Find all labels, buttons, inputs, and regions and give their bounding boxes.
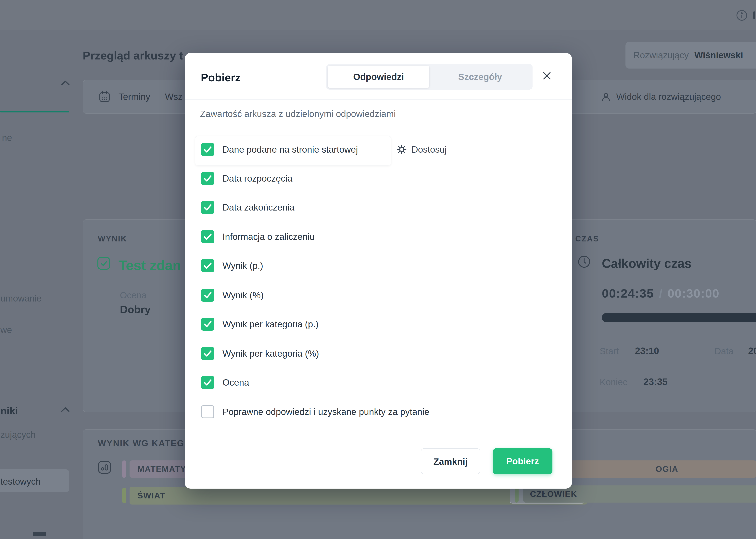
sidebar-item-label: testowych bbox=[0, 476, 41, 487]
grade-value: Dobry bbox=[120, 303, 151, 316]
checkbox-label: Wynik (p.) bbox=[223, 259, 263, 272]
modal-subtitle: Zawartość arkusza z udzielonymi odpowied… bbox=[200, 109, 396, 119]
gear-icon bbox=[396, 143, 408, 156]
download-button[interactable]: Pobierz bbox=[493, 448, 552, 474]
solver-view-toggle[interactable]: Widok dla rozwiązującego bbox=[616, 80, 721, 113]
checkbox-label: Dane podane na stronie startowej bbox=[223, 143, 358, 156]
terminy-filter-value[interactable]: Wsz bbox=[165, 80, 182, 113]
page-title: Przegląd arkuszy t bbox=[83, 49, 183, 62]
checkbox-label: Informacja o zaliczeniu bbox=[223, 230, 314, 243]
checkbox-label: Data zakończenia bbox=[223, 201, 295, 214]
sidebar-item-fragment bbox=[33, 532, 46, 536]
close-icon[interactable] bbox=[541, 69, 553, 82]
solver-chip-value: Wiśniewski bbox=[694, 42, 743, 68]
checkbox-label: Wynik per kategoria (p.) bbox=[223, 318, 318, 331]
checkbox[interactable] bbox=[201, 347, 214, 360]
sidebar-item-selected[interactable]: testowych bbox=[0, 469, 69, 492]
checkbox[interactable] bbox=[201, 201, 214, 214]
solver-chip-label: Rozwiązujący bbox=[633, 42, 689, 68]
checkbox[interactable] bbox=[201, 376, 214, 389]
info-icon[interactable] bbox=[736, 10, 747, 21]
date-label: Data bbox=[715, 346, 733, 356]
checkbox[interactable] bbox=[201, 172, 214, 185]
date-value: 20 bbox=[748, 346, 756, 356]
person-icon bbox=[600, 91, 611, 102]
modal-title: Pobierz bbox=[201, 71, 241, 84]
checkbox[interactable] bbox=[201, 405, 214, 418]
chevron-up-icon[interactable] bbox=[61, 80, 70, 86]
checkbox[interactable] bbox=[201, 143, 214, 156]
category-accent bbox=[122, 460, 126, 478]
checkbox-label: Wynik (%) bbox=[223, 289, 264, 302]
clock-icon bbox=[578, 255, 590, 268]
app-root: Przegląd arkuszy t Rozwiązujący Wiśniews… bbox=[0, 0, 756, 539]
time-section-label: CZAS bbox=[575, 234, 599, 243]
test-status: Test zdan bbox=[118, 258, 181, 273]
category-accent bbox=[122, 488, 126, 503]
category-label: MATEMATY bbox=[137, 460, 186, 478]
checkbox-label: Wynik per kategoria (%) bbox=[223, 347, 319, 360]
bar-chart-icon bbox=[98, 460, 111, 474]
terminy-filter[interactable]: Terminy bbox=[118, 80, 150, 113]
total-time-title: Całkowity czas bbox=[602, 256, 691, 271]
tab-szczegoly[interactable]: Szczegóły bbox=[429, 66, 531, 88]
tab-odpowiedzi[interactable]: Odpowiedzi bbox=[328, 66, 429, 88]
calendar-icon bbox=[98, 90, 111, 103]
time-progress-bar bbox=[602, 313, 756, 322]
start-label: Start bbox=[600, 346, 619, 356]
modal-tabs: Odpowiedzi Szczegóły bbox=[326, 64, 532, 90]
solver-filter-chip[interactable]: Rozwiązujący Wiśniewski bbox=[626, 42, 756, 68]
sidebar-item-fragment[interactable]: umowanie bbox=[0, 293, 42, 304]
end-label: Koniec bbox=[600, 377, 627, 387]
dostosuj-button[interactable]: Dostosuj bbox=[396, 143, 408, 156]
check-square-icon bbox=[97, 257, 111, 270]
checkbox[interactable] bbox=[201, 318, 214, 331]
categories-section-label: WYNIK WG KATEGOR bbox=[98, 438, 199, 448]
dostosuj-label: Dostosuj bbox=[411, 143, 447, 156]
sidebar-active-indicator bbox=[0, 111, 69, 113]
modal-header-divider bbox=[185, 100, 572, 100]
modal-footer-divider bbox=[185, 434, 572, 434]
time-values: 00:24:35/00:30:00 bbox=[602, 286, 720, 300]
checkbox-label: Poprawne odpowiedzi i uzyskane punkty za… bbox=[223, 405, 429, 418]
checkbox-label: Data rozpoczęcia bbox=[223, 172, 292, 185]
time-total: 00:30:00 bbox=[667, 286, 720, 300]
close-button[interactable]: Zamknij bbox=[421, 448, 480, 474]
checkbox[interactable] bbox=[201, 259, 214, 272]
sidebar-section-header: niki bbox=[0, 405, 18, 417]
category-label: OGIA bbox=[655, 460, 678, 478]
top-bar bbox=[0, 0, 756, 30]
edge-fragment bbox=[753, 11, 755, 19]
category-label: ŚWIAT bbox=[137, 487, 166, 504]
checkbox[interactable] bbox=[201, 289, 214, 302]
time-separator: / bbox=[654, 286, 667, 300]
sidebar-item-fragment[interactable]: zujących bbox=[0, 429, 35, 440]
checkbox[interactable] bbox=[201, 230, 214, 243]
end-value: 23:35 bbox=[644, 376, 668, 387]
chevron-up-icon[interactable] bbox=[61, 407, 70, 412]
sidebar-item-fragment[interactable]: ne bbox=[2, 132, 12, 143]
checkbox-label: Ocena bbox=[223, 376, 249, 389]
time-elapsed: 00:24:35 bbox=[602, 286, 654, 300]
result-section-label: WYNIK bbox=[98, 234, 127, 243]
start-value: 23:10 bbox=[635, 346, 659, 356]
sidebar-item-fragment[interactable]: we bbox=[0, 325, 12, 335]
grade-label: Ocena bbox=[120, 290, 147, 300]
download-modal: Pobierz Odpowiedzi Szczegóły Zawartość a… bbox=[185, 53, 572, 489]
